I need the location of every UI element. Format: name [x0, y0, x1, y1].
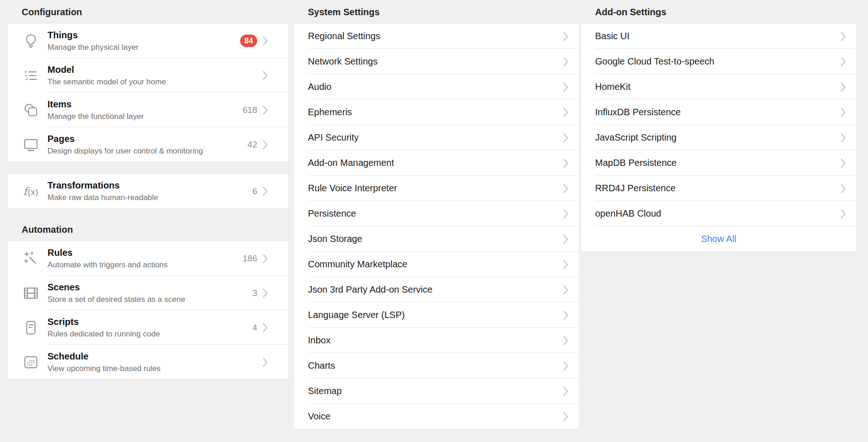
count-badge: 84	[240, 35, 257, 47]
list-item-rules[interactable]: RulesAutomate with triggers and actions1…	[8, 241, 288, 276]
item-label: API Security	[308, 132, 563, 143]
list-item-mapdb-persistence[interactable]: MapDB Persistence	[581, 150, 856, 176]
list-item-json-storage[interactable]: Json Storage	[294, 226, 579, 252]
item-text: ThingsManage the physical layer	[47, 29, 240, 52]
list-item-rule-voice-interpreter[interactable]: Rule Voice Interpreter	[294, 176, 579, 201]
list-item-items[interactable]: ItemsManage the functional layer618	[8, 93, 288, 127]
list-item-voice[interactable]: Voice	[294, 404, 579, 429]
model-list-icon	[21, 68, 41, 83]
item-subtitle: Manage the physical layer	[47, 42, 240, 52]
item-label: Sitemap	[308, 386, 563, 396]
addon-settings-column: Add-on Settings Basic UIGoogle Cloud Tes…	[581, 0, 856, 252]
chevron-right-icon	[563, 133, 568, 142]
item-label: Regional Settings	[308, 31, 563, 41]
item-subtitle: View upcoming time-based rules	[47, 364, 263, 373]
item-after: 618	[242, 105, 278, 115]
list-item-sitemap[interactable]: Sitemap	[294, 378, 579, 404]
system-settings-column: System Settings Regional SettingsNetwork…	[294, 0, 579, 429]
item-title: Schedule	[47, 351, 263, 362]
list-item-things[interactable]: ThingsManage the physical layer84	[8, 24, 288, 58]
list-item-language-server-lsp[interactable]: Language Server (LSP)	[294, 302, 579, 328]
item-label: RRD4J Persistence	[595, 183, 841, 194]
list-item-add-on-management[interactable]: Add-on Management	[294, 150, 579, 176]
transformations-list: f(x)TransformationsMake raw data human-r…	[8, 174, 288, 208]
list-item-homekit[interactable]: HomeKit	[581, 74, 856, 100]
item-label: Voice	[308, 411, 563, 422]
list-item-network-settings[interactable]: Network Settings	[294, 49, 579, 74]
item-label: Json 3rd Party Add-on Service	[308, 284, 563, 295]
item-count: 3	[252, 288, 257, 298]
list-item-javascript-scripting[interactable]: JavaScript Scripting	[581, 125, 856, 150]
chevron-right-icon	[263, 358, 268, 367]
list-item-schedule[interactable]: ScheduleView upcoming time-based rules	[8, 345, 288, 379]
chevron-right-icon	[563, 412, 568, 421]
item-title: Things	[47, 29, 240, 41]
chevron-right-icon	[263, 140, 268, 149]
list-item-community-marketplace[interactable]: Community Marketplace	[294, 252, 579, 277]
list-item-scenes[interactable]: ScenesStore a set of desired states as a…	[8, 276, 288, 310]
item-after	[263, 358, 278, 367]
item-label: Charts	[308, 360, 563, 371]
list-item-ephemeris[interactable]: Ephemeris	[294, 100, 579, 125]
addon-settings-list: Basic UIGoogle Cloud Test-to-speechHomeK…	[581, 24, 856, 252]
chevron-right-icon	[563, 57, 568, 66]
list-item-charts[interactable]: Charts	[294, 353, 579, 378]
item-label: MapDB Persistence	[595, 158, 841, 168]
item-count: 186	[242, 253, 257, 264]
item-after: 6	[252, 186, 278, 196]
chevron-right-icon	[563, 387, 568, 396]
item-count: 6	[252, 186, 257, 196]
list-item-google-cloud-test-to-speech[interactable]: Google Cloud Test-to-speech	[581, 49, 856, 74]
list-item-pages[interactable]: PagesDesign displays for user control & …	[8, 127, 288, 162]
section-title-configuration: Configuration	[8, 0, 288, 24]
list-item-regional-settings[interactable]: Regional Settings	[294, 24, 579, 49]
chevron-right-icon	[563, 108, 568, 117]
item-subtitle: Rules dedicated to running code	[47, 329, 252, 339]
item-subtitle: The semantic model of your home	[47, 77, 263, 87]
film-icon	[21, 285, 41, 301]
show-all-button[interactable]: Show All	[581, 226, 856, 252]
list-item-persistence[interactable]: Persistence	[294, 201, 579, 226]
list-item-influxdb-persistence[interactable]: InfluxDB Persistence	[581, 100, 856, 125]
chevron-right-icon	[563, 235, 568, 244]
chevron-right-icon	[263, 187, 268, 196]
calendar-icon	[21, 354, 41, 370]
item-count: 42	[248, 140, 257, 150]
chevron-right-icon	[563, 159, 568, 168]
list-item-api-security[interactable]: API Security	[294, 125, 579, 150]
item-text: ModelThe semantic model of your home	[47, 64, 263, 87]
item-text: RulesAutomate with triggers and actions	[47, 247, 242, 270]
item-text: ScenesStore a set of desired states as a…	[47, 282, 252, 304]
chevron-right-icon	[841, 184, 846, 193]
item-count: 4	[252, 323, 257, 333]
list-item-json-3rd-party-add-on-service[interactable]: Json 3rd Party Add-on Service	[294, 277, 579, 302]
item-text: PagesDesign displays for user control & …	[47, 133, 248, 156]
list-item-rrd4j-persistence[interactable]: RRD4J Persistence	[581, 176, 856, 201]
item-label: Add-on Management	[308, 158, 563, 168]
item-subtitle: Make raw data human-readable	[47, 193, 252, 202]
item-title: Scenes	[47, 282, 252, 293]
item-text: TransformationsMake raw data human-reada…	[47, 180, 252, 202]
configuration-list: ThingsManage the physical layer84ModelTh…	[8, 24, 288, 162]
function-icon: f(x)	[21, 185, 41, 197]
list-item-model[interactable]: ModelThe semantic model of your home	[8, 58, 288, 93]
chevron-right-icon	[263, 323, 268, 332]
list-item-inbox[interactable]: Inbox	[294, 328, 579, 353]
chevron-right-icon	[841, 159, 846, 168]
list-item-basic-ui[interactable]: Basic UI	[581, 24, 856, 49]
item-label: InfluxDB Persistence	[595, 107, 841, 118]
item-after: 4	[252, 323, 278, 333]
list-item-audio[interactable]: Audio	[294, 74, 579, 100]
list-item-openhab-cloud[interactable]: openHAB Cloud	[581, 201, 856, 226]
list-item-transformations[interactable]: f(x)TransformationsMake raw data human-r…	[8, 174, 288, 208]
item-label: Network Settings	[308, 56, 563, 67]
chevron-right-icon	[563, 285, 568, 295]
list-item-scripts[interactable]: ScriptsRules dedicated to running code4	[8, 310, 288, 345]
section-title-automation: Automation	[8, 218, 288, 241]
system-settings-list: Regional SettingsNetwork SettingsAudioEp…	[294, 24, 579, 429]
item-label: Ephemeris	[308, 107, 563, 118]
chevron-right-icon	[263, 106, 268, 115]
item-label: Json Storage	[308, 234, 563, 244]
chevron-right-icon	[841, 83, 846, 92]
item-text: ItemsManage the functional layer	[47, 99, 242, 121]
